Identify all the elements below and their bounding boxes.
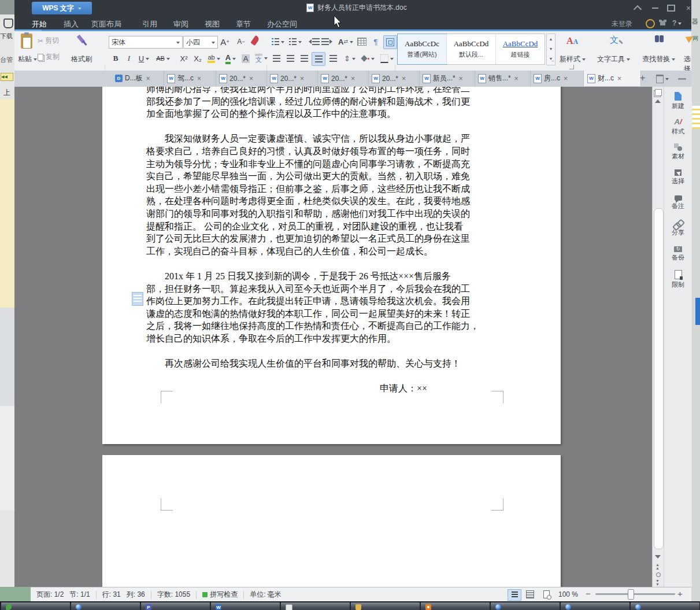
skin-icon[interactable] [659,20,666,25]
zoom-slider-track[interactable] [595,593,675,595]
shrink-font-button[interactable]: A− [234,35,248,48]
line-spacing-button[interactable]: ⇕ [342,52,358,65]
zoom-in-button[interactable]: + [677,589,683,598]
tab-close-icon[interactable]: × [402,75,406,83]
taskbar-button[interactable] [420,602,490,610]
font-color-button[interactable]: A [223,52,239,65]
collapse-ribbon-button[interactable] [631,3,645,13]
vip-icon[interactable] [646,19,655,28]
align-center-button[interactable] [284,52,297,65]
document-area[interactable]: 师傅的耐心指导，使我在近两个半月的时间里适应了公司的工作环境，在经管二 部我还参… [14,87,652,587]
scrollbar-thumb[interactable] [654,208,664,549]
tab-home[interactable]: 开始 [32,19,47,29]
styles-more-button[interactable]: ▼̲ [546,54,555,65]
taskbar-button[interactable] [630,602,700,610]
format-painter-label[interactable]: 格式刷 [71,54,92,64]
char-scale-button[interactable]: A⇄ [337,35,354,48]
sidebar-item-material[interactable]: 素材 [664,140,692,164]
superscript-button[interactable]: X² [177,52,191,65]
table-grid-button[interactable] [355,35,368,48]
doc-tab-8[interactable]: W 销售...* × [475,71,531,86]
doc-tab-docer[interactable]: D D...板 × [112,71,164,86]
char-shading-button[interactable]: A [240,52,251,65]
tab-view[interactable]: 视图 [205,19,220,29]
font-size-combo[interactable]: 小四 [183,36,218,49]
maximize-button[interactable] [664,3,678,13]
taskbar-button[interactable] [1,602,71,610]
taskbar-button[interactable] [280,602,350,610]
next-page-icon[interactable]: ▼▼ [655,579,660,586]
zoom-slider-handle[interactable] [628,589,634,600]
style-hyperlink[interactable]: AaBbCcDd 超链接 [496,34,545,64]
read-view-button[interactable] [540,589,553,600]
decrease-indent-button[interactable] [306,35,320,48]
numbering-button[interactable] [287,35,303,48]
tab-review[interactable]: 审阅 [173,19,188,29]
doc-tab-2[interactable]: W 驾...c × [164,71,216,86]
paragraph-mark-button[interactable]: ¶ [369,35,382,48]
bullets-button[interactable] [270,35,286,48]
tab-references[interactable]: 引用 [142,19,157,29]
tab-close-icon[interactable]: × [300,75,304,83]
new-style-button[interactable]: 新样式 [560,54,586,64]
tabbar-minimize-dash-icon[interactable] [678,78,686,80]
styles-scroll-down[interactable]: ▼ [546,44,555,55]
tab-close-icon[interactable]: × [514,75,518,83]
paste-options-icon[interactable] [132,292,143,306]
doc-tab-4[interactable]: W 20...* × [266,71,318,86]
doc-tab-5[interactable]: W 20...* × [317,71,369,86]
new-tab-button[interactable]: + [640,73,645,83]
status-wordcount[interactable]: 字数: 1055 [157,590,190,600]
sidebar-item-share[interactable]: 分享 [664,216,692,241]
shading-button[interactable] [360,52,376,65]
help-button[interactable]: ? [672,19,682,27]
tab-section[interactable]: 章节 [236,19,251,29]
find-replace-button[interactable]: 查找替换 [642,54,675,64]
tab-office-space[interactable]: 办公空间 [267,19,297,29]
taskbar-button[interactable]: W [210,602,280,610]
underline-button[interactable]: U [136,52,152,65]
doc-tab-3[interactable]: W 20...* × [216,71,267,86]
minimize-button[interactable] [648,3,662,13]
vertical-scrollbar[interactable]: ▲▲ ▼▼ [652,87,664,587]
font-name-combo[interactable]: 宋体 [109,36,183,49]
style-default-paragraph[interactable]: AaBbCcDd 默认段... [447,34,496,64]
taskbar-button[interactable] [490,602,560,610]
tab-insert[interactable]: 插入 [64,19,79,29]
text-frame-button[interactable] [383,35,397,49]
zoom-out-button[interactable]: − [586,589,591,598]
view-tool-icon[interactable] [655,89,662,96]
tab-close-icon[interactable]: × [351,75,355,83]
document-page-1[interactable]: 师傅的耐心指导，使我在近两个半月的时间里适应了公司的工作环境，在经管二 部我还参… [102,87,561,444]
sidebar-item-select[interactable]: 选择 [664,165,692,190]
taskbar-button[interactable] [560,602,630,610]
distribute-button[interactable] [327,52,339,65]
login-status[interactable]: 未登录 [612,19,632,29]
page-view-button[interactable] [508,589,521,601]
status-spellcheck[interactable]: 拼写检查 [210,590,238,600]
text-effects-brush-icon[interactable] [250,35,260,46]
document-page-2[interactable] [102,455,561,587]
taskbar-button[interactable]: P [140,602,210,610]
sidebar-item-new[interactable]: 新建 [664,89,692,113]
scroll-up-icon[interactable] [655,99,661,103]
increase-indent-button[interactable] [321,35,335,48]
outline-view-button[interactable] [524,589,536,600]
tab-close-icon[interactable]: × [146,75,150,83]
doc-tab-active[interactable]: W 财...c × [583,71,641,86]
doc-tab-7[interactable]: W 新员...* × [419,71,475,86]
styles-scroll-up[interactable]: ▲ [546,34,555,45]
doc-tab-9[interactable]: W 房...c × [530,71,584,86]
previous-page-icon[interactable]: ▲▲ [655,563,660,570]
zoom-level[interactable]: 100 % [558,590,578,598]
tab-close-icon[interactable]: × [617,75,621,83]
subscript-button[interactable]: X₂ [191,52,205,65]
italic-button[interactable]: I [123,52,135,65]
strikethrough-button[interactable]: AB [153,52,173,65]
bold-button[interactable]: B [109,52,122,65]
tab-list-button[interactable] [656,75,669,83]
justify-button[interactable] [312,52,325,66]
tab-close-icon[interactable]: × [564,75,568,83]
style-normal-web[interactable]: AaBbCcDc 普通(网站) [398,34,447,64]
highlight-button[interactable]: ab [205,52,223,65]
